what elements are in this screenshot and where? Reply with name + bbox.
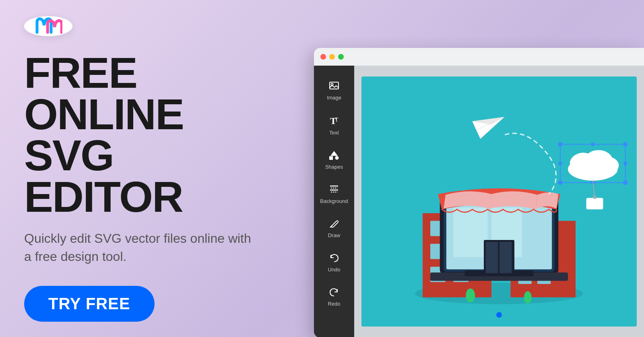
canvas-area[interactable] [354,66,644,337]
text-icon: T T [329,115,339,127]
left-panel: FREE ONLINE SVG EDITOR Quickly edit SVG … [0,0,302,337]
toolbar-item-undo[interactable]: Undo [314,246,354,280]
toolbar-item-image[interactable]: Image [314,74,354,108]
canvas-indicator-dot [496,312,502,318]
svg-rect-36 [486,242,498,273]
shapes-label: Shapes [325,164,343,170]
subtitle-text: Quickly edit SVG vector files online wit… [24,229,258,266]
svg-rect-5 [329,156,333,160]
headline-line2: SVG EDITOR [24,131,183,221]
redo-label: Redo [328,301,340,307]
toolbar: Image T T Text [314,66,354,337]
svg-point-42 [558,142,562,146]
svg-point-53 [597,157,619,174]
canvas-content [361,76,637,327]
editor-body: Image T T Text [314,66,644,337]
svg-point-49 [623,161,627,165]
svg-point-44 [558,180,562,184]
svg-point-43 [623,142,627,146]
svg-point-58 [524,291,532,303]
svg-rect-0 [330,82,339,89]
svg-rect-55 [586,198,603,209]
toolbar-item-draw[interactable]: Draw [314,211,354,246]
svg-point-57 [466,288,475,302]
undo-label: Undo [328,267,340,273]
svg-text:T: T [335,117,339,123]
logo-icon [34,16,62,36]
redo-icon [329,287,339,298]
svg-rect-31 [453,207,488,257]
illustration-svg [361,76,637,327]
draw-icon [329,219,339,230]
minimize-window-dot[interactable] [329,54,335,60]
svg-marker-4 [330,151,338,156]
logo-container [24,16,72,36]
svg-point-48 [558,161,562,165]
editor-window: Image T T Text [314,48,644,337]
right-panel: Image T T Text [282,0,644,337]
headline-line1: FREE ONLINE [24,48,184,139]
background-icon [329,184,339,196]
headline: FREE ONLINE SVG EDITOR [24,52,278,217]
image-label: Image [327,95,341,101]
undo-icon [329,253,339,264]
svg-point-46 [591,142,595,146]
shapes-icon [329,150,339,161]
toolbar-item-redo[interactable]: Redo [314,280,354,314]
toolbar-item-text[interactable]: T T Text [314,108,354,143]
toolbar-item-background[interactable]: Background [314,177,354,211]
window-titlebar [314,48,644,66]
svg-point-45 [623,180,627,184]
svg-rect-37 [500,242,512,273]
close-window-dot[interactable] [320,54,326,60]
text-label: Text [329,130,339,136]
background-label: Background [320,198,348,204]
svg-point-6 [335,156,339,159]
maximize-window-dot[interactable] [338,54,344,60]
draw-label: Draw [328,232,340,238]
image-icon [329,81,339,92]
toolbar-item-shapes[interactable]: Shapes [314,143,354,177]
try-free-button[interactable]: TRY FREE [24,286,155,322]
